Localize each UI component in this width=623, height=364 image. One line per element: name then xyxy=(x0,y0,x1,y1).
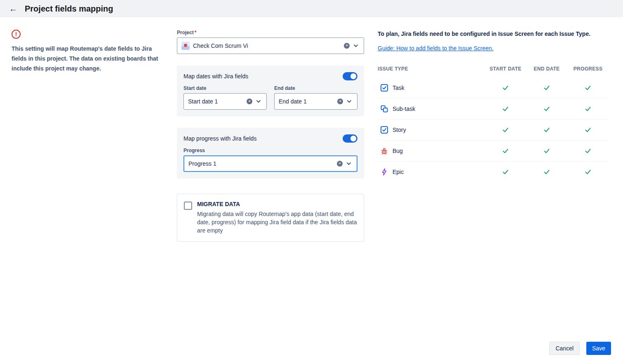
mapping-form: Project* Check Com Scrum Vi ✕ Map dates … xyxy=(177,30,364,242)
column-header-issue-type: ISSUE TYPE xyxy=(378,66,485,72)
issue-type-label: Story xyxy=(393,127,406,133)
end-date-label: End date xyxy=(274,85,357,91)
info-text: To plan, Jira fields need to be configur… xyxy=(378,30,609,38)
table-header-row: ISSUE TYPE START DATE END DATE PROGRESS xyxy=(378,63,609,77)
migrate-data-checkbox[interactable] xyxy=(184,202,192,210)
clear-icon[interactable]: ✕ xyxy=(337,99,343,104)
bug-icon xyxy=(380,147,388,155)
migrate-data-title: MIGRATE DATA xyxy=(197,201,357,207)
start-date-check xyxy=(485,147,526,155)
start-date-select-value: Start date 1 xyxy=(188,98,243,105)
required-asterisk: * xyxy=(195,30,197,35)
map-dates-toggle[interactable] xyxy=(343,72,357,80)
column-header-progress: PROGRESS xyxy=(567,66,609,72)
start-date-select[interactable]: Start date 1 ✕ xyxy=(183,93,267,110)
project-select-value: Check Com Scrum Vi xyxy=(193,42,341,49)
clear-icon[interactable]: ✕ xyxy=(247,99,252,104)
project-avatar-icon xyxy=(181,42,190,50)
table-row: Story xyxy=(378,120,609,141)
progress-label: Progress xyxy=(183,148,357,153)
end-date-check xyxy=(526,168,567,176)
start-date-check xyxy=(485,105,526,113)
issue-type-table: ISSUE TYPE START DATE END DATE PROGRESS … xyxy=(378,63,609,182)
column-header-start-date: START DATE xyxy=(485,66,526,72)
start-date-check xyxy=(485,84,526,92)
map-progress-toggle[interactable] xyxy=(343,134,357,143)
progress-check xyxy=(567,168,609,176)
end-date-check xyxy=(526,84,567,92)
map-progress-title: Map progress with Jira fields xyxy=(183,135,256,142)
save-button[interactable]: Save xyxy=(586,342,611,355)
cancel-button[interactable]: Cancel xyxy=(549,342,580,355)
story-icon xyxy=(380,126,388,134)
issue-type-panel: To plan, Jira fields need to be configur… xyxy=(378,30,609,242)
issue-type-label: Task xyxy=(393,85,404,91)
start-date-label: Start date xyxy=(183,85,267,91)
progress-check xyxy=(567,84,609,92)
end-date-select[interactable]: End date 1 ✕ xyxy=(274,93,357,110)
table-row: Epic xyxy=(378,162,609,182)
error-icon: ! xyxy=(12,30,21,39)
table-row: Bug xyxy=(378,141,609,162)
start-date-check xyxy=(485,168,526,176)
progress-select[interactable]: Progress 1 ✕ xyxy=(183,155,357,172)
map-progress-card: Map progress with Jira fields Progress P… xyxy=(177,128,364,178)
migrate-data-description: Migrating data will copy Routemap's app … xyxy=(197,210,357,235)
task-icon xyxy=(380,84,388,92)
page-header: ← Project fields mapping xyxy=(0,0,623,17)
progress-check xyxy=(567,105,609,113)
migrate-data-card: MIGRATE DATA Migrating data will copy Ro… xyxy=(177,194,364,242)
end-date-check xyxy=(526,126,567,134)
toggle-knob xyxy=(350,136,356,141)
map-dates-card: Map dates with Jira fields Start date St… xyxy=(177,66,364,116)
subtask-icon xyxy=(380,105,388,113)
warning-panel: ! This setting will map Routemap's date … xyxy=(12,30,165,242)
project-select[interactable]: Check Com Scrum Vi ✕ xyxy=(177,38,364,54)
issue-type-label: Bug xyxy=(393,148,403,154)
start-date-check xyxy=(485,126,526,134)
check-icon xyxy=(503,86,508,90)
clear-icon[interactable]: ✕ xyxy=(344,43,350,49)
progress-select-value: Progress 1 xyxy=(188,160,334,167)
end-date-check xyxy=(526,105,567,113)
project-label: Project* xyxy=(177,30,364,35)
table-row: Task xyxy=(378,77,609,99)
guide-link[interactable]: Guide: How to add fields to the Issue Sc… xyxy=(378,45,494,52)
chevron-down-icon[interactable] xyxy=(346,161,353,167)
epic-icon xyxy=(380,168,388,176)
page-title: Project fields mapping xyxy=(25,4,113,14)
issue-type-label: Sub-task xyxy=(393,106,415,112)
column-header-end-date: END DATE xyxy=(526,66,567,72)
chevron-down-icon[interactable] xyxy=(346,99,353,104)
chevron-down-icon[interactable] xyxy=(256,99,262,104)
issue-type-label: Epic xyxy=(393,169,404,175)
progress-check xyxy=(567,147,609,155)
end-date-check xyxy=(526,147,567,155)
back-button[interactable]: ← xyxy=(7,3,19,14)
clear-icon[interactable]: ✕ xyxy=(337,161,343,167)
footer-actions: Cancel Save xyxy=(549,342,611,355)
progress-check xyxy=(567,126,609,134)
toggle-knob xyxy=(350,73,356,79)
arrow-left-icon: ← xyxy=(9,4,17,14)
chevron-down-icon[interactable] xyxy=(353,43,360,49)
warning-text: This setting will map Routemap's date fi… xyxy=(12,44,164,73)
map-dates-title: Map dates with Jira fields xyxy=(183,73,248,80)
table-row: Sub-task xyxy=(378,99,609,120)
end-date-select-value: End date 1 xyxy=(279,98,334,105)
